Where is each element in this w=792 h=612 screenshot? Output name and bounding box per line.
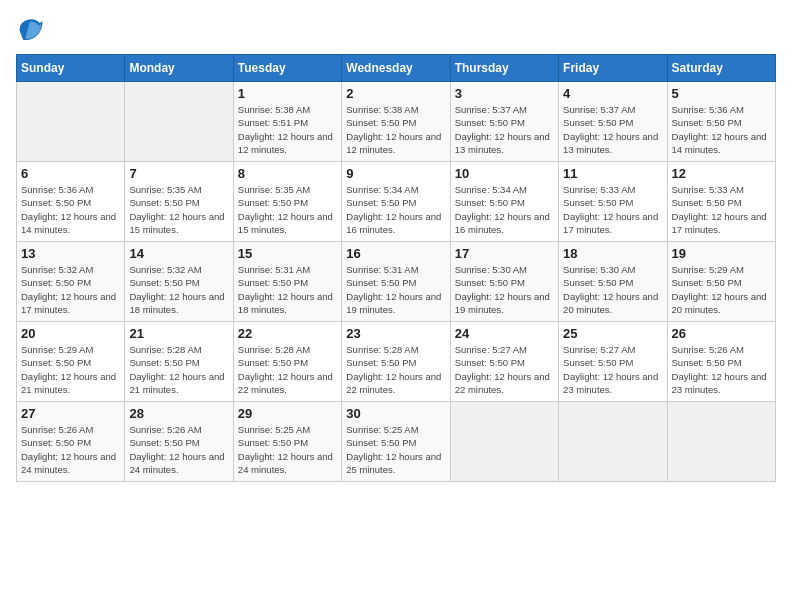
weekday-header-saturday: Saturday [667, 55, 775, 82]
day-info: Sunrise: 5:28 AM Sunset: 5:50 PM Dayligh… [238, 343, 337, 396]
day-number: 17 [455, 246, 554, 261]
calendar-cell: 29Sunrise: 5:25 AM Sunset: 5:50 PM Dayli… [233, 402, 341, 482]
day-info: Sunrise: 5:29 AM Sunset: 5:50 PM Dayligh… [672, 263, 771, 316]
calendar-cell: 28Sunrise: 5:26 AM Sunset: 5:50 PM Dayli… [125, 402, 233, 482]
day-number: 28 [129, 406, 228, 421]
day-info: Sunrise: 5:36 AM Sunset: 5:50 PM Dayligh… [672, 103, 771, 156]
day-info: Sunrise: 5:26 AM Sunset: 5:50 PM Dayligh… [129, 423, 228, 476]
day-info: Sunrise: 5:27 AM Sunset: 5:50 PM Dayligh… [455, 343, 554, 396]
day-info: Sunrise: 5:33 AM Sunset: 5:50 PM Dayligh… [563, 183, 662, 236]
calendar-cell: 2Sunrise: 5:38 AM Sunset: 5:50 PM Daylig… [342, 82, 450, 162]
calendar-cell: 10Sunrise: 5:34 AM Sunset: 5:50 PM Dayli… [450, 162, 558, 242]
day-info: Sunrise: 5:28 AM Sunset: 5:50 PM Dayligh… [346, 343, 445, 396]
day-number: 2 [346, 86, 445, 101]
day-number: 10 [455, 166, 554, 181]
day-number: 23 [346, 326, 445, 341]
calendar-cell: 21Sunrise: 5:28 AM Sunset: 5:50 PM Dayli… [125, 322, 233, 402]
day-number: 11 [563, 166, 662, 181]
day-number: 16 [346, 246, 445, 261]
day-number: 13 [21, 246, 120, 261]
weekday-header-sunday: Sunday [17, 55, 125, 82]
calendar-cell: 25Sunrise: 5:27 AM Sunset: 5:50 PM Dayli… [559, 322, 667, 402]
weekday-header-friday: Friday [559, 55, 667, 82]
calendar-cell: 3Sunrise: 5:37 AM Sunset: 5:50 PM Daylig… [450, 82, 558, 162]
calendar-cell [667, 402, 775, 482]
day-info: Sunrise: 5:38 AM Sunset: 5:50 PM Dayligh… [346, 103, 445, 156]
day-info: Sunrise: 5:26 AM Sunset: 5:50 PM Dayligh… [21, 423, 120, 476]
day-info: Sunrise: 5:37 AM Sunset: 5:50 PM Dayligh… [455, 103, 554, 156]
calendar-cell [559, 402, 667, 482]
calendar-cell: 22Sunrise: 5:28 AM Sunset: 5:50 PM Dayli… [233, 322, 341, 402]
calendar-cell: 8Sunrise: 5:35 AM Sunset: 5:50 PM Daylig… [233, 162, 341, 242]
calendar-cell [17, 82, 125, 162]
calendar-cell: 24Sunrise: 5:27 AM Sunset: 5:50 PM Dayli… [450, 322, 558, 402]
calendar-table: SundayMondayTuesdayWednesdayThursdayFrid… [16, 54, 776, 482]
day-number: 29 [238, 406, 337, 421]
calendar-cell: 12Sunrise: 5:33 AM Sunset: 5:50 PM Dayli… [667, 162, 775, 242]
day-number: 4 [563, 86, 662, 101]
calendar-cell [125, 82, 233, 162]
day-info: Sunrise: 5:30 AM Sunset: 5:50 PM Dayligh… [563, 263, 662, 316]
day-info: Sunrise: 5:34 AM Sunset: 5:50 PM Dayligh… [346, 183, 445, 236]
day-info: Sunrise: 5:31 AM Sunset: 5:50 PM Dayligh… [238, 263, 337, 316]
calendar-cell: 23Sunrise: 5:28 AM Sunset: 5:50 PM Dayli… [342, 322, 450, 402]
day-info: Sunrise: 5:26 AM Sunset: 5:50 PM Dayligh… [672, 343, 771, 396]
calendar-cell: 30Sunrise: 5:25 AM Sunset: 5:50 PM Dayli… [342, 402, 450, 482]
day-info: Sunrise: 5:34 AM Sunset: 5:50 PM Dayligh… [455, 183, 554, 236]
day-info: Sunrise: 5:36 AM Sunset: 5:50 PM Dayligh… [21, 183, 120, 236]
day-info: Sunrise: 5:35 AM Sunset: 5:50 PM Dayligh… [129, 183, 228, 236]
logo-icon [16, 16, 44, 44]
day-number: 1 [238, 86, 337, 101]
calendar-cell: 9Sunrise: 5:34 AM Sunset: 5:50 PM Daylig… [342, 162, 450, 242]
day-number: 26 [672, 326, 771, 341]
calendar-week-row: 6Sunrise: 5:36 AM Sunset: 5:50 PM Daylig… [17, 162, 776, 242]
day-info: Sunrise: 5:29 AM Sunset: 5:50 PM Dayligh… [21, 343, 120, 396]
day-info: Sunrise: 5:25 AM Sunset: 5:50 PM Dayligh… [346, 423, 445, 476]
calendar-cell: 5Sunrise: 5:36 AM Sunset: 5:50 PM Daylig… [667, 82, 775, 162]
day-number: 15 [238, 246, 337, 261]
weekday-header-thursday: Thursday [450, 55, 558, 82]
calendar-week-row: 1Sunrise: 5:38 AM Sunset: 5:51 PM Daylig… [17, 82, 776, 162]
day-info: Sunrise: 5:35 AM Sunset: 5:50 PM Dayligh… [238, 183, 337, 236]
calendar-cell: 4Sunrise: 5:37 AM Sunset: 5:50 PM Daylig… [559, 82, 667, 162]
weekday-header-monday: Monday [125, 55, 233, 82]
day-number: 3 [455, 86, 554, 101]
day-number: 22 [238, 326, 337, 341]
day-info: Sunrise: 5:32 AM Sunset: 5:50 PM Dayligh… [21, 263, 120, 316]
day-info: Sunrise: 5:28 AM Sunset: 5:50 PM Dayligh… [129, 343, 228, 396]
weekday-header-wednesday: Wednesday [342, 55, 450, 82]
day-number: 18 [563, 246, 662, 261]
day-number: 8 [238, 166, 337, 181]
weekday-header-row: SundayMondayTuesdayWednesdayThursdayFrid… [17, 55, 776, 82]
day-info: Sunrise: 5:27 AM Sunset: 5:50 PM Dayligh… [563, 343, 662, 396]
calendar-week-row: 27Sunrise: 5:26 AM Sunset: 5:50 PM Dayli… [17, 402, 776, 482]
calendar-cell: 14Sunrise: 5:32 AM Sunset: 5:50 PM Dayli… [125, 242, 233, 322]
calendar-cell: 1Sunrise: 5:38 AM Sunset: 5:51 PM Daylig… [233, 82, 341, 162]
calendar-cell: 15Sunrise: 5:31 AM Sunset: 5:50 PM Dayli… [233, 242, 341, 322]
logo [16, 16, 48, 44]
calendar-cell: 17Sunrise: 5:30 AM Sunset: 5:50 PM Dayli… [450, 242, 558, 322]
day-number: 14 [129, 246, 228, 261]
calendar-cell: 13Sunrise: 5:32 AM Sunset: 5:50 PM Dayli… [17, 242, 125, 322]
calendar-cell: 20Sunrise: 5:29 AM Sunset: 5:50 PM Dayli… [17, 322, 125, 402]
day-info: Sunrise: 5:30 AM Sunset: 5:50 PM Dayligh… [455, 263, 554, 316]
day-number: 24 [455, 326, 554, 341]
day-number: 30 [346, 406, 445, 421]
calendar-cell: 11Sunrise: 5:33 AM Sunset: 5:50 PM Dayli… [559, 162, 667, 242]
day-info: Sunrise: 5:38 AM Sunset: 5:51 PM Dayligh… [238, 103, 337, 156]
day-info: Sunrise: 5:32 AM Sunset: 5:50 PM Dayligh… [129, 263, 228, 316]
day-number: 5 [672, 86, 771, 101]
weekday-header-tuesday: Tuesday [233, 55, 341, 82]
day-number: 21 [129, 326, 228, 341]
calendar-cell: 16Sunrise: 5:31 AM Sunset: 5:50 PM Dayli… [342, 242, 450, 322]
page-header [16, 16, 776, 44]
day-number: 19 [672, 246, 771, 261]
day-number: 12 [672, 166, 771, 181]
day-number: 20 [21, 326, 120, 341]
calendar-cell: 18Sunrise: 5:30 AM Sunset: 5:50 PM Dayli… [559, 242, 667, 322]
day-number: 27 [21, 406, 120, 421]
calendar-cell: 27Sunrise: 5:26 AM Sunset: 5:50 PM Dayli… [17, 402, 125, 482]
day-number: 7 [129, 166, 228, 181]
calendar-cell: 6Sunrise: 5:36 AM Sunset: 5:50 PM Daylig… [17, 162, 125, 242]
calendar-cell [450, 402, 558, 482]
